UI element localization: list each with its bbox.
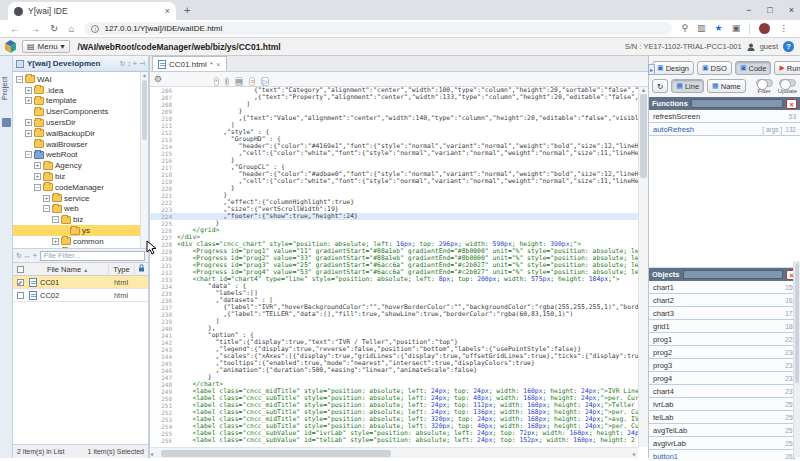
code-line-241[interactable]: 241 "option" : { [150, 332, 648, 339]
functions-close-button[interactable]: × [786, 99, 797, 109]
browser-menu-icon[interactable]: ⋮ [779, 23, 788, 34]
editor-tab[interactable]: CC01.html * × [152, 56, 227, 71]
object-item-button1[interactable]: button1262 [649, 450, 800, 461]
expand-icon[interactable]: + [34, 173, 41, 180]
browser-tab[interactable]: Y[wai] IDE × [8, 2, 176, 20]
update-toggle[interactable] [779, 79, 796, 87]
object-item-telLab[interactable]: telLab256 [649, 411, 800, 424]
file-table-header[interactable]: File Name ▲ Type [13, 263, 148, 276]
tree-item-Css[interactable]: +Css [13, 247, 148, 248]
code-line-245[interactable]: 245 ,"tooltips":{"enabled":true,"mode":"… [150, 360, 648, 367]
code-line-213[interactable]: 213 "GroupHD" : { [150, 136, 648, 143]
code-line-255[interactable]: 255 <label class="cncc_subValue" id="ivr… [150, 430, 648, 437]
home-icon[interactable]: ⌂ [68, 23, 74, 34]
code-line-222[interactable]: 222 ,"effect":{"columnHighlight":true} [150, 199, 648, 206]
tree-item-usersDir[interactable]: +usersDir [13, 117, 148, 128]
object-item-chart4[interactable]: chart4233 [649, 385, 800, 398]
tree-item-WAI[interactable]: −WAI [13, 74, 148, 85]
code-line-247[interactable]: 247 } [150, 374, 648, 381]
panel-collapse-icon[interactable]: ▸ [648, 64, 655, 75]
editor-tool-icon-1[interactable]: I [225, 77, 229, 86]
code-line-244[interactable]: 244 ,"scales":{"xAxes":[{"display":true,… [150, 353, 648, 360]
code-line-236[interactable]: 236 ,"datasets" : [ [150, 297, 648, 304]
code-line-251[interactable]: 251 <label class="cncc_midTitle" style="… [150, 402, 648, 409]
code-line-212[interactable]: 212 ,"style" : { [150, 129, 648, 136]
file-filter-input[interactable]: File Filter... [40, 251, 145, 261]
key-icon[interactable]: ⚲ [681, 23, 688, 34]
tab-project[interactable]: Project [0, 62, 13, 114]
view-button-dso[interactable]: ▣DSO [697, 61, 732, 75]
tree-item-webRoot[interactable]: −webRoot [13, 150, 148, 161]
expand-icon[interactable]: + [34, 162, 41, 169]
project-header-buttons[interactable]: ↻ ↕ + ⊣ [120, 60, 145, 68]
tree-item-service[interactable]: +service [13, 193, 148, 204]
bookmark-star-icon[interactable]: ★ [715, 23, 723, 34]
code-line-243[interactable]: 243 ,"legend":{"display":true,"reverse":… [150, 346, 648, 353]
tab-close-icon[interactable]: × [165, 6, 170, 16]
editor-tool-icon-2[interactable]: ▤ [235, 77, 244, 86]
tree-item-template[interactable]: +template [13, 96, 148, 107]
editor-tool-icon-3[interactable]: ≡ [249, 77, 255, 86]
code-line-226[interactable]: 226 </grid> [150, 227, 648, 234]
menu-button[interactable]: ▤ Menu ▾ [22, 40, 70, 53]
object-item-avgTelLab[interactable]: avgTelLab257 [649, 424, 800, 437]
tree-item-waiBrowser[interactable]: waiBrowser [13, 139, 148, 150]
object-item-prog4[interactable]: prog4232 [649, 372, 800, 385]
object-item-ivrLab[interactable]: ivrLab255 [649, 398, 800, 411]
user-name[interactable]: guest [760, 42, 778, 51]
mode-button-name[interactable]: ▦Name [707, 79, 746, 93]
select-all-checkbox[interactable] [17, 266, 24, 273]
expand-icon[interactable]: + [25, 130, 32, 137]
objects-search-input[interactable] [683, 270, 783, 279]
tree-item-codeManager[interactable]: −codeManager [13, 182, 148, 193]
tree-item-Agency[interactable]: +Agency [13, 160, 148, 171]
code-line-217[interactable]: 217 ,"GroupCL" : { [150, 164, 648, 171]
code-line-234[interactable]: 234 "data" : { [150, 283, 648, 290]
collapse-icon[interactable]: − [16, 76, 23, 83]
code-line-235[interactable]: 235 "labels":[] [150, 290, 648, 297]
function-item-refreshScreen[interactable]: refreshScreen53 [649, 110, 800, 123]
collapse-icon[interactable]: − [34, 184, 41, 191]
filter-toggle[interactable] [756, 79, 773, 87]
code-line-249[interactable]: 249 <label class="cncc_midTitle" style="… [150, 388, 648, 395]
tree-item-.idea[interactable]: +.idea [13, 85, 148, 96]
code-line-238[interactable]: 238 ,{"label":"TELLER","data":[],"fill":… [150, 311, 648, 318]
code-line-214[interactable]: 214 "header":{"color":"#4169e1","font":{… [150, 143, 648, 150]
new-tab-button[interactable]: + [184, 4, 190, 16]
window-minimize-button[interactable]: − [746, 5, 751, 15]
info-icon[interactable]: i [91, 25, 99, 33]
tree-item-waiBackupDir[interactable]: +waiBackupDir [13, 128, 148, 139]
code-line-253[interactable]: 253 <label class="cncc_midTitle" style="… [150, 416, 648, 423]
forward-icon[interactable]: → [30, 23, 40, 34]
object-item-avgIvrLab[interactable]: avgIvrLab258 [649, 437, 800, 450]
collapse-icon[interactable]: − [43, 205, 50, 212]
expand-icon[interactable]: + [43, 195, 50, 202]
tree-item-biz[interactable]: −biz [13, 214, 148, 225]
code-line-219[interactable]: 219 ,"cell":{"color":"white","font":{"st… [150, 178, 648, 185]
view-button-code[interactable]: ▣Code [735, 61, 772, 75]
refresh-button[interactable]: ↻ [652, 79, 668, 93]
editor-vscrollbar[interactable]: ▲ [638, 87, 648, 447]
collapse-icon[interactable]: − [52, 216, 59, 223]
code-line-233[interactable]: 233 <chart id="chart4" type="line" style… [150, 276, 648, 283]
file-checkbox[interactable] [17, 292, 24, 299]
object-item-prog1[interactable]: prog1229 [649, 333, 800, 346]
code-line-239[interactable]: 239 ] [150, 318, 648, 325]
tree-item-ys[interactable]: ys [13, 225, 148, 236]
code-line-229[interactable]: 229 <Progress id="prog1" value="11" grad… [150, 248, 648, 255]
code-line-248[interactable]: 248 </chart> [150, 381, 648, 388]
object-item-grid1[interactable]: grid1186 [649, 320, 800, 333]
object-item-chart1[interactable]: chart1150 [649, 281, 800, 294]
expand-icon[interactable]: + [25, 119, 32, 126]
function-item-autoRefresh[interactable]: autoRefresh[ args ]132 [649, 123, 800, 136]
code-line-232[interactable]: 232 <Progress id="prog4" value="53" grad… [150, 269, 648, 276]
code-line-221[interactable]: 221 } [150, 192, 648, 199]
code-line-209[interactable]: 209 } [150, 108, 648, 115]
expand-icon[interactable]: + [52, 238, 59, 245]
code-line-216[interactable]: 216 } [150, 157, 648, 164]
objects-scrollbar[interactable] [793, 261, 800, 457]
code-line-208[interactable]: 208 ] [150, 101, 648, 108]
help-icon[interactable]: ? [783, 41, 794, 52]
object-item-chart2[interactable]: chart2162 [649, 294, 800, 307]
profile-avatar[interactable] [759, 23, 770, 34]
